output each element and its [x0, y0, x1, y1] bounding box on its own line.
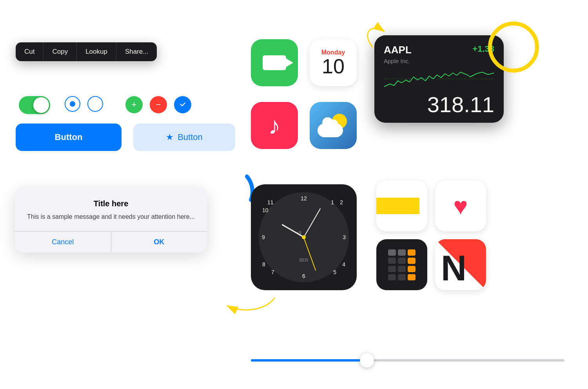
clock-num-2: 2: [340, 199, 343, 205]
clock-num-3: 3: [343, 234, 346, 240]
clock-minute-hand: [303, 208, 321, 238]
context-menu-cut[interactable]: Cut: [16, 42, 44, 61]
calc-btn-4: [388, 258, 396, 264]
clock-second-hand: [303, 237, 316, 271]
alert-content: Title here This is a sample message and …: [15, 187, 207, 231]
stock-company: Apple Inc.: [384, 58, 494, 64]
primary-button-label: Button: [55, 132, 83, 142]
calendar-icon[interactable]: Monday 10: [310, 39, 357, 86]
context-menu: Cut Copy Lookup Share...: [16, 42, 157, 61]
calc-btn-3: [408, 249, 416, 256]
toggle-switch[interactable]: [19, 96, 50, 114]
cloud-icon: [318, 124, 343, 137]
calc-btn-6: [408, 258, 416, 264]
context-menu-copy[interactable]: Copy: [44, 42, 77, 61]
calc-btn-8: [398, 266, 406, 272]
weather-icon[interactable]: [310, 102, 357, 149]
slider-filled-track: [251, 359, 367, 362]
clock-widget: 12 3 6 9 1 2 4 5 7 8 10 11 +9 BER: [251, 184, 357, 290]
yellow-circle-decoration: [488, 22, 539, 73]
stock-header: AAPL +1.38: [384, 44, 494, 56]
clock-num-11: 11: [267, 199, 274, 205]
calc-btn-2: [398, 249, 406, 256]
alert-cancel-button[interactable]: Cancel: [15, 232, 111, 253]
app-icons-top-row: Monday 10: [251, 39, 357, 86]
context-menu-lookup[interactable]: Lookup: [77, 42, 116, 61]
clock-num-6: 6: [302, 273, 305, 279]
alert-buttons: Cancel OK: [15, 231, 207, 253]
plus-button[interactable]: +: [125, 96, 143, 113]
radio-button-unselected[interactable]: [87, 96, 103, 112]
clock-num-4: 4: [342, 261, 345, 267]
calc-btn-9: [408, 266, 416, 272]
facetime-icon[interactable]: [251, 39, 298, 86]
calendar-day: 10: [322, 56, 345, 76]
slider-empty-track: [367, 359, 564, 362]
slider-track[interactable]: [251, 359, 564, 362]
clock-num-7: 7: [271, 269, 274, 275]
svg-text:N: N: [441, 249, 466, 288]
clock-tz-label: BER: [299, 258, 309, 262]
clock-num-9: 9: [262, 234, 265, 240]
weather-content: [318, 114, 349, 137]
calc-btn-11: [398, 274, 406, 280]
toggle-container: [19, 96, 50, 114]
alert-title: Title here: [27, 199, 195, 208]
radio-button-selected[interactable]: [65, 96, 80, 112]
toggle-knob: [33, 97, 49, 113]
alert-message: This is a sample message and it needs yo…: [27, 212, 195, 222]
notes-icon[interactable]: [376, 180, 427, 231]
star-icon: ★: [166, 132, 174, 142]
app-icons-grid: ♥ N: [376, 180, 486, 290]
alert-dialog: Title here This is a sample message and …: [15, 187, 207, 253]
clock-num-12: 12: [301, 195, 307, 202]
clock-num-8: 8: [262, 261, 265, 267]
clock-center-dot: [302, 235, 306, 239]
check-button[interactable]: [174, 96, 191, 113]
clock-face: 12 3 6 9 1 2 4 5 7 8 10 11 +9 BER: [259, 192, 349, 282]
calc-btn-1: [388, 249, 396, 256]
news-icon[interactable]: N: [435, 239, 486, 290]
health-icon[interactable]: ♥: [435, 180, 486, 231]
calc-btn-10: [388, 274, 396, 280]
primary-button[interactable]: Button: [16, 124, 122, 151]
blue-arc-decoration: [208, 169, 255, 216]
calc-btn-5: [398, 258, 406, 264]
clock-num-5: 5: [333, 269, 336, 275]
stock-widget: AAPL +1.38 Apple Inc. 318.11: [374, 35, 504, 123]
action-buttons-group: + −: [125, 96, 191, 113]
calculator-grid: [388, 249, 416, 280]
notes-lines: [419, 198, 427, 214]
calculator-icon[interactable]: [376, 239, 427, 290]
check-icon: [180, 101, 185, 106]
stock-chart: [384, 69, 494, 91]
slider-thumb[interactable]: [360, 353, 374, 367]
calc-btn-7: [388, 266, 396, 272]
minus-button[interactable]: −: [150, 96, 167, 113]
stock-ticker: AAPL: [384, 44, 412, 56]
secondary-button-label: Button: [178, 132, 203, 142]
music-icon[interactable]: ♪: [251, 102, 298, 149]
facetime-camera-icon: [263, 55, 286, 70]
calc-btn-12: [408, 274, 416, 280]
heart-icon: ♥: [454, 192, 468, 220]
notes-header: [376, 198, 419, 214]
radio-group: [65, 96, 103, 112]
clock-num-10: 10: [262, 207, 269, 213]
context-menu-share[interactable]: Share...: [116, 42, 157, 61]
stock-price: 318.11: [384, 94, 494, 116]
music-note-icon: ♪: [269, 112, 281, 140]
secondary-button[interactable]: ★ Button: [133, 124, 235, 151]
alert-ok-button[interactable]: OK: [111, 232, 207, 253]
clock-num-1: 1: [331, 199, 334, 205]
slider-container: [251, 359, 564, 362]
app-icons-bottom-left: ♪: [251, 102, 357, 149]
